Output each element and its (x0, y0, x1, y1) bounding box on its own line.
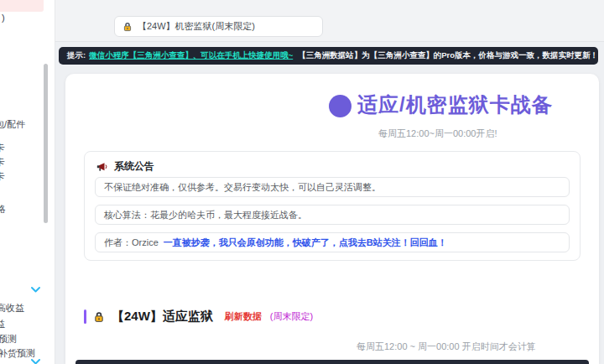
announcement-text-1: 不保证绝对准确，仅供参考。交易行变动太快，可以自己灵活调整。 (104, 181, 381, 194)
system-announcement-panel: 系统公告 不保证绝对准确，仅供参考。交易行变动太快，可以自己灵活调整。 核心算法… (84, 151, 581, 261)
section-accent-bar (84, 309, 86, 324)
sidebar: ) 包/配件 卡 卡 卡 略 高收益 益 预测 补货预测 (0, 0, 55, 364)
tab-secret-prison[interactable]: 【24W】机密监狱(周末限定) (114, 16, 323, 37)
sidebar-item[interactable]: 卡 (0, 142, 5, 154)
app-window: ) 包/配件 卡 卡 卡 略 高收益 益 预测 补货预测 【24W】 (0, 0, 604, 364)
site-logo-icon (329, 95, 351, 117)
section-title: 【24W】适应监狱 (112, 309, 213, 325)
chevron-down-icon[interactable] (30, 286, 41, 294)
sidebar-item-bag-accessories[interactable]: 包/配件 (0, 118, 25, 131)
page-subtitle: 每周五12:00~周一00:00开启! (378, 127, 497, 140)
chevron-down-icon[interactable] (30, 358, 41, 364)
megaphone-icon (96, 162, 108, 172)
sidebar-item[interactable]: 卡 (0, 156, 5, 169)
announcement-header: 系统公告 (96, 159, 154, 174)
lock-icon (122, 22, 133, 32)
sidebar-item-fragment[interactable]: ) (2, 13, 5, 23)
announcement-text-2: 核心算法：花最少的哈夫币，最大程度接近战备。 (104, 209, 307, 221)
announcement-row-1: 不保证绝对准确，仅供参考。交易行变动太快，可以自己灵活调整。 (95, 177, 570, 197)
table-header-peek (76, 360, 589, 364)
sidebar-active-item[interactable] (0, 0, 44, 12)
sidebar-item-high-profit[interactable]: 高收益 (0, 302, 24, 315)
tab-bar: 【24W】机密监狱(周末限定) (55, 0, 604, 42)
sidebar-item[interactable]: 卡 (0, 170, 5, 183)
announcement-row-2: 核心算法：花最少的哈夫币，最大程度接近战备。 (95, 205, 570, 225)
announcement-row-3: 作者：Orzice 一直被抄袭，我只会原创功能，快破产了，点我去B站关注！回回血… (95, 232, 570, 252)
sidebar-item-guide[interactable]: 略 (0, 203, 6, 216)
section-header: 【24W】适应监狱 刷新数据 (周末限定) (84, 309, 313, 325)
sidebar-item-forecast[interactable]: 预测 (0, 333, 17, 346)
notice-bar: 提示: 微信小程序【三角洲小查查】、可以在手机上快捷使用哦~ 【三角洲数据站】为… (59, 47, 598, 65)
page-title: 适应/机密监狱卡战备 (357, 91, 553, 118)
sidebar-scrollbar[interactable] (44, 64, 48, 223)
announcement-title: 系统公告 (114, 159, 154, 174)
lock-icon (93, 311, 105, 323)
notice-prefix: 提示: (67, 50, 86, 61)
tab-label: 【24W】机密监狱(周末限定) (138, 20, 255, 33)
schedule-note: 每周五12:00 ~ 周一00:00 开启时间才会计算 (357, 341, 536, 353)
notice-miniprogram-link[interactable]: 微信小程序【三角洲小查查】、可以在手机上快捷使用哦~ (89, 50, 293, 61)
weekend-limited-badge: (周末限定) (270, 310, 313, 323)
refresh-data-button[interactable]: 刷新数据 (225, 310, 262, 323)
notice-text: 【三角洲数据站】为【三角洲小查查】的Pro版本，价格与游戏一致，数据实时更新！ (298, 50, 598, 61)
sidebar-item-profit[interactable]: 益 (0, 318, 5, 330)
author-bilibili-link[interactable]: 一直被抄袭，我只会原创功能，快破产了，点我去B站关注！回回血！ (164, 237, 447, 249)
announcement-author: 作者：Orzice (104, 237, 159, 249)
